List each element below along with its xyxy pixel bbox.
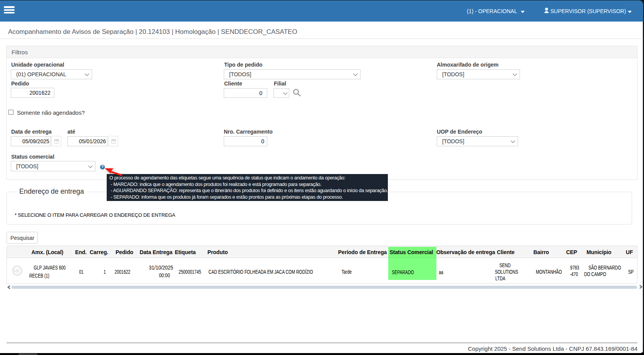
svg-text:7: 7	[56, 141, 57, 143]
svg-text:7: 7	[113, 141, 114, 143]
